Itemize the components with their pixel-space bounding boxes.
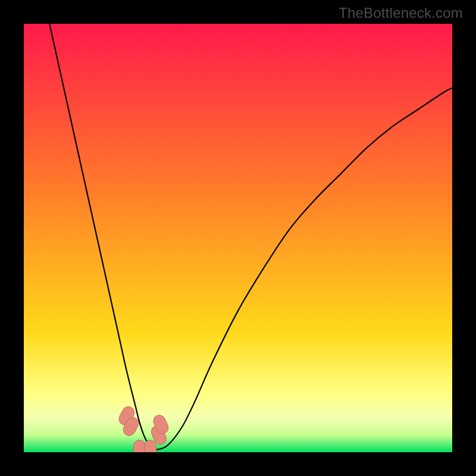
plot-area xyxy=(24,24,452,452)
bottleneck-chart xyxy=(24,24,452,452)
gradient-background xyxy=(24,24,452,452)
watermark-text: TheBottleneck.com xyxy=(339,5,463,21)
marker-pill xyxy=(144,440,156,452)
outer-frame: TheBottleneck.com xyxy=(0,0,476,476)
marker-pill xyxy=(133,440,145,452)
